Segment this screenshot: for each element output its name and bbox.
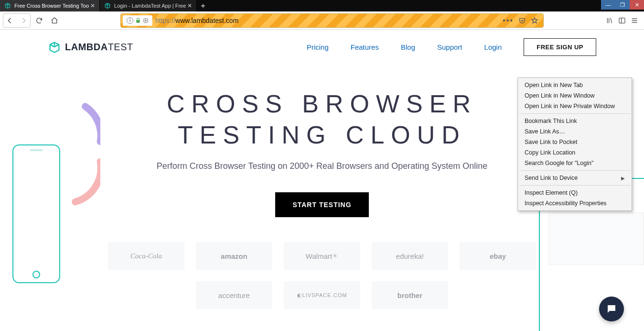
client-label: ebay	[490, 252, 506, 260]
tab-close-icon[interactable]: ✕	[89, 2, 97, 9]
tab-favicon-lambdatest-icon	[104, 2, 111, 10]
client-label: Walmart	[306, 252, 332, 260]
ctx-separator	[519, 185, 631, 186]
ctx-save-link-as[interactable]: Save Link As…	[518, 126, 632, 137]
svg-point-1	[145, 20, 147, 21]
ctx-separator	[519, 170, 631, 171]
window-close-button[interactable]: ✕	[630, 0, 644, 10]
ctx-label: Send Link to Device	[525, 175, 578, 181]
site-identity[interactable]: i	[123, 15, 152, 26]
client-label: amazon	[221, 252, 247, 260]
ctx-label: Copy Link Location	[525, 149, 575, 156]
pocket-icon[interactable]	[518, 17, 526, 24]
browser-tab-1[interactable]: Login - LambdaTest App | Free ✕	[100, 0, 197, 11]
ctx-label: Inspect Accessibility Properties	[525, 200, 607, 207]
sidebar-icon[interactable]	[618, 17, 626, 24]
window-controls: — ❐ ✕	[601, 0, 644, 10]
browser-tab-0[interactable]: Free Cross Browser Testing Too ✕	[0, 0, 100, 11]
logo-text: LAMBDATEST	[65, 42, 133, 53]
logo-icon	[48, 41, 61, 54]
client-logo: Walmart ✶	[284, 242, 360, 270]
hero-title-line1: CROSS BROWSER	[167, 90, 477, 118]
nav-login[interactable]: Login	[484, 43, 502, 51]
client-label: edureka!	[396, 252, 424, 260]
client-label: LIVSPACE.COM	[302, 292, 347, 298]
url-host: www.lambdatest.com	[175, 17, 238, 24]
ctx-label: Bookmark This Link	[525, 118, 577, 124]
menu-icon[interactable]	[631, 17, 638, 24]
url-text[interactable]: https://www.lambdatest.com	[155, 17, 500, 24]
site-logo[interactable]: LAMBDATEST	[48, 41, 133, 54]
library-icon[interactable]	[606, 17, 613, 24]
ctx-send-link-to-device[interactable]: Send Link to Device▶	[518, 173, 632, 183]
svg-rect-2	[619, 18, 625, 23]
chat-fab[interactable]	[599, 297, 624, 321]
spark-icon: ✶	[332, 252, 338, 260]
logo-text-thin: TEST	[108, 42, 133, 52]
client-label: brother	[397, 291, 423, 299]
ctx-inspect-accessibility[interactable]: Inspect Accessibility Properties	[518, 198, 632, 209]
page-actions-icon[interactable]: •••	[503, 16, 514, 25]
ctx-bookmark-link[interactable]: Bookmark This Link	[518, 116, 632, 126]
client-logo: Coca-Cola	[108, 242, 184, 270]
start-testing-button[interactable]: START TESTING	[275, 192, 368, 217]
client-label: accenture	[218, 291, 250, 299]
tab-title: Login - LambdaTest App | Free	[114, 3, 186, 9]
clients-grid: Coca-Cola amazon Walmart ✶ edureka! ebay…	[93, 242, 551, 309]
tab-close-icon[interactable]: ✕	[186, 2, 193, 9]
chat-icon	[606, 303, 617, 315]
logo-text-bold: LAMBDA	[65, 42, 108, 52]
browser-tabstrip: Free Cross Browser Testing Too ✕ Login -…	[0, 0, 644, 11]
ctx-separator	[519, 113, 631, 114]
nav-features[interactable]: Features	[351, 43, 379, 51]
page-content: LAMBDATEST Pricing Features Blog Support…	[0, 30, 644, 331]
ctx-copy-link-location[interactable]: Copy Link Location	[518, 147, 632, 158]
window-minimize-button[interactable]: —	[601, 0, 615, 10]
forward-button[interactable]	[17, 14, 30, 27]
site-nav: Pricing Features Blog Support Login FREE…	[307, 38, 596, 56]
browser-toolbar: i https://www.lambdatest.com •••	[0, 11, 644, 30]
reload-button[interactable]	[32, 14, 46, 27]
ctx-label: Save Link to Pocket	[525, 139, 577, 145]
ctx-label: Open Link in New Tab	[525, 82, 583, 88]
client-logo: amazon	[196, 242, 272, 270]
ctx-save-to-pocket[interactable]: Save Link to Pocket	[518, 137, 632, 147]
back-button[interactable]	[3, 14, 17, 27]
ctx-label: Search Google for "Login"	[525, 160, 593, 166]
ctx-open-private-window[interactable]: Open Link in New Private Window	[518, 101, 632, 111]
ctx-open-new-window[interactable]: Open Link in New Window	[518, 90, 632, 101]
site-header: LAMBDATEST Pricing Features Blog Support…	[0, 30, 644, 56]
ctx-label: Open Link in New Window	[525, 92, 595, 99]
new-tab-button[interactable]: ＋	[197, 0, 209, 11]
submenu-arrow-icon: ▶	[621, 176, 625, 181]
ctx-label: Save Link As…	[525, 128, 565, 135]
ctx-open-new-tab[interactable]: Open Link in New Tab	[518, 80, 632, 90]
client-logo: ◐ LIVSPACE.COM	[284, 281, 360, 309]
client-logo: brother	[372, 281, 448, 309]
tab-title: Free Cross Browser Testing Too	[14, 3, 89, 9]
ctx-search-google[interactable]: Search Google for "Login"	[518, 158, 632, 168]
tab-favicon-lambdatest-icon	[4, 2, 11, 10]
client-label: Coca-Cola	[130, 252, 162, 260]
bookmark-star-icon[interactable]	[531, 17, 538, 24]
permission-icon	[143, 18, 149, 23]
client-logo: accenture	[196, 281, 272, 309]
hero-title-line2: TESTING CLOUD	[178, 121, 466, 149]
decorative-phone-icon	[12, 144, 60, 283]
client-logo: edureka!	[372, 242, 448, 270]
url-protocol: https://	[155, 17, 175, 24]
ctx-inspect-element[interactable]: Inspect Element (Q)	[518, 188, 632, 198]
window-maximize-button[interactable]: ❐	[615, 0, 630, 10]
home-button[interactable]	[48, 14, 61, 27]
nav-support[interactable]: Support	[437, 43, 462, 51]
nav-blog[interactable]: Blog	[401, 43, 415, 51]
ctx-label: Inspect Element (Q)	[525, 189, 578, 196]
signup-button[interactable]: FREE SIGN UP	[524, 38, 596, 56]
client-logo: ebay	[460, 242, 536, 270]
ctx-label: Open Link in New Private Window	[525, 103, 615, 110]
lock-icon	[135, 18, 141, 23]
info-icon: i	[127, 17, 133, 24]
nav-pricing[interactable]: Pricing	[307, 43, 329, 51]
url-bar[interactable]: i https://www.lambdatest.com •••	[120, 13, 544, 28]
context-menu: Open Link in New Tab Open Link in New Wi…	[517, 77, 632, 211]
